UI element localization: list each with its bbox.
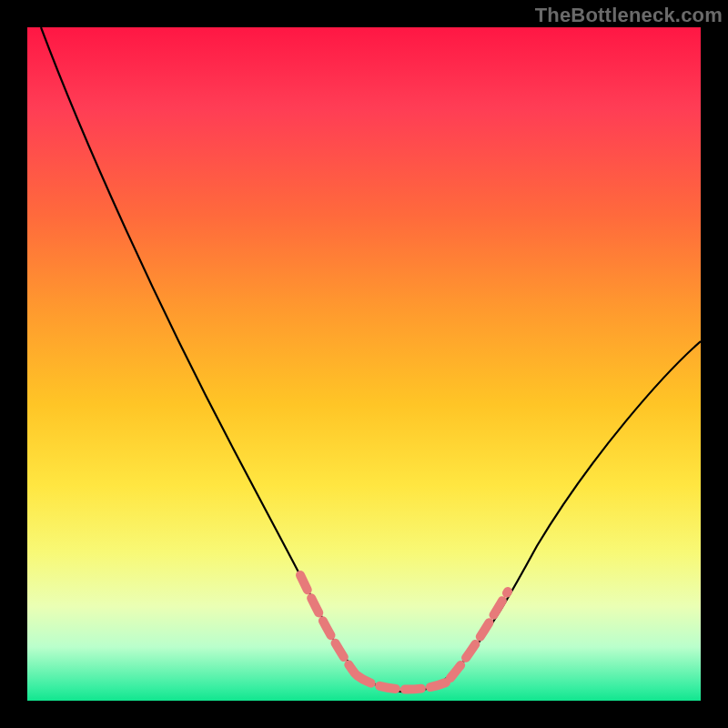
left-dashed-marker	[300, 575, 355, 673]
plot-area	[27, 27, 701, 701]
watermark-text: TheBottleneck.com	[535, 4, 723, 27]
main-curve	[41, 27, 701, 692]
flat-dashed-marker	[357, 675, 446, 690]
right-dashed-marker	[450, 592, 508, 678]
curve-svg	[27, 27, 701, 701]
chart-frame: TheBottleneck.com	[0, 0, 728, 728]
